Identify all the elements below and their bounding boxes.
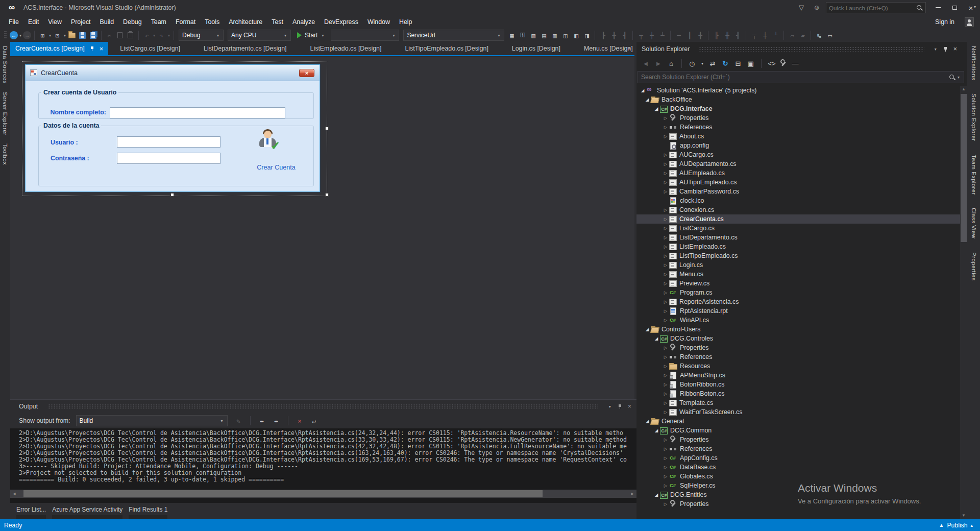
vertical-spacing-decrease[interactable]: ╧: [771, 30, 780, 40]
make-same-size[interactable]: ╋: [695, 30, 705, 40]
tree-item[interactable]: ▷AUCargo.cs: [636, 150, 960, 159]
collapse-all-icon[interactable]: ⊟: [733, 58, 743, 68]
navigate-backward-icon[interactable]: ←: [10, 31, 18, 39]
tree-item[interactable]: ▷ListEmpleado.cs: [636, 242, 960, 251]
tree-item[interactable]: ▷ListTipoEmpleado.cs: [636, 251, 960, 260]
tree-item[interactable]: ▷CrearCuenta.cs: [636, 214, 960, 224]
undo-caret[interactable]: ▾: [153, 33, 155, 38]
tree-item[interactable]: ▷BotonRibbon.cs: [636, 380, 960, 389]
collapsed-arrow-icon[interactable]: ▷: [662, 465, 669, 470]
tool-tab-toolbox[interactable]: Toolbox: [2, 143, 8, 165]
tree-item[interactable]: ▷Properties: [636, 435, 960, 444]
collapsed-arrow-icon[interactable]: ▷: [662, 262, 669, 268]
collapsed-arrow-icon[interactable]: ▷: [662, 345, 669, 350]
add-new-item[interactable]: ⊡: [53, 30, 62, 40]
chart-icon[interactable]: ▥: [550, 30, 559, 40]
tree-item[interactable]: app.config: [636, 141, 960, 150]
quick-launch[interactable]: [826, 2, 926, 13]
collapsed-arrow-icon[interactable]: ▷: [662, 354, 669, 359]
expanded-arrow-icon[interactable]: ◢: [644, 419, 651, 424]
tab-order-icon[interactable]: ↹: [814, 30, 824, 40]
tree-item[interactable]: ▷References: [636, 444, 960, 453]
menu-window[interactable]: Window: [363, 15, 395, 29]
show-all-files-icon[interactable]: ▣: [746, 58, 756, 68]
previous-message-icon[interactable]: ↞: [257, 416, 267, 426]
horizontal-spacing-decrease[interactable]: ╢: [733, 30, 743, 40]
menu-project[interactable]: Project: [66, 15, 95, 29]
restore-button[interactable]: [947, 2, 962, 13]
collapsed-arrow-icon[interactable]: ▷: [662, 391, 669, 396]
clear-all-icon[interactable]: ×: [295, 416, 305, 426]
collapsed-arrow-icon[interactable]: ▷: [662, 115, 669, 120]
menu-debug[interactable]: Debug: [118, 15, 146, 29]
tree-item[interactable]: ▷Properties: [636, 499, 960, 509]
redo[interactable]: ↷: [157, 30, 166, 40]
solution-explorer-close-icon[interactable]: ×: [953, 45, 957, 53]
collapsed-arrow-icon[interactable]: ▷: [662, 272, 669, 277]
collapsed-arrow-icon[interactable]: ▷: [662, 483, 669, 488]
tree-item[interactable]: ▷About.cs: [636, 132, 960, 141]
winforms-designer-form[interactable]: CrearCuenta × Crear cuenta de Usuario No…: [25, 64, 320, 192]
next-message-icon[interactable]: ↠: [272, 416, 281, 426]
collapsed-arrow-icon[interactable]: ▷: [662, 180, 669, 185]
collapsed-arrow-icon[interactable]: ▷: [662, 382, 669, 387]
tool-tab-notifications[interactable]: Notifications: [971, 46, 977, 80]
collapsed-arrow-icon[interactable]: ▷: [662, 474, 669, 479]
tree-item[interactable]: clock.ico: [636, 196, 960, 205]
collapsed-arrow-icon[interactable]: ▷: [662, 244, 669, 249]
tree-item[interactable]: ▷Program.cs: [636, 288, 960, 297]
collapsed-arrow-icon[interactable]: ▷: [662, 171, 669, 176]
menu-file[interactable]: File: [4, 15, 23, 29]
collapsed-arrow-icon[interactable]: ▷: [662, 290, 669, 295]
tree-item[interactable]: ▷References: [636, 352, 960, 361]
bottom-tab-find-results-1[interactable]: Find Results 1: [129, 503, 167, 519]
align-rights[interactable]: ┨: [620, 30, 629, 40]
collapsed-arrow-icon[interactable]: ▷: [662, 281, 669, 286]
send-feedback-icon[interactable]: ☺: [812, 3, 822, 12]
save-icon[interactable]: [79, 32, 86, 39]
tree-item[interactable]: ▷Template.cs: [636, 398, 960, 407]
expanded-arrow-icon[interactable]: ◢: [639, 88, 646, 93]
quick-launch-input[interactable]: [829, 5, 916, 11]
tree-item[interactable]: ◢DCG.Controles: [636, 334, 960, 343]
resize-handle-bottom[interactable]: [170, 193, 174, 197]
target-combo[interactable]: ▾: [331, 30, 399, 41]
scrollbar-thumb[interactable]: [961, 94, 967, 242]
menu-edit[interactable]: Edit: [23, 15, 43, 29]
align-tops[interactable]: ┯: [636, 30, 646, 40]
align-centers[interactable]: ╂: [609, 30, 619, 40]
password-textbox[interactable]: [117, 153, 220, 164]
menu-analyze[interactable]: Analyze: [288, 15, 320, 29]
scroll-left-arrow-icon[interactable]: ◄: [10, 490, 18, 498]
refresh-icon[interactable]: ↻: [720, 58, 730, 68]
collapsed-arrow-icon[interactable]: ▷: [662, 308, 669, 313]
collapsed-arrow-icon[interactable]: ▷: [662, 207, 669, 212]
bring-to-front[interactable]: ▱: [787, 30, 797, 40]
start-debugging[interactable]: Start▾: [297, 32, 325, 39]
tool-tab-class-view[interactable]: Class View: [971, 208, 977, 238]
solution-explorer-title-bar[interactable]: Solution Explorer ▾ ×: [636, 42, 967, 56]
collapsed-arrow-icon[interactable]: ▷: [662, 152, 669, 157]
tree-item[interactable]: ▷WaitForTaskScreen.cs: [636, 407, 960, 417]
collapsed-arrow-icon[interactable]: ▷: [662, 235, 669, 240]
tree-item[interactable]: ▷AUDepartamento.cs: [636, 159, 960, 168]
output-window-menu-caret-icon[interactable]: ▾: [609, 404, 611, 409]
forward-icon[interactable]: ►: [653, 58, 664, 68]
tree-item[interactable]: ◢DCG.Entities: [636, 490, 960, 499]
vertical-spacing-equal[interactable]: ╤: [749, 30, 759, 40]
document-list-caret-icon[interactable]: ▼: [627, 46, 631, 51]
tree-item[interactable]: ▷AppConfig.cs: [636, 453, 960, 463]
new-project[interactable]: ⊞: [38, 30, 47, 40]
document-tab[interactable]: Login.cs [Design]: [500, 42, 572, 55]
form-title-bar[interactable]: CrearCuenta ×: [26, 65, 320, 81]
undo[interactable]: ↶: [142, 30, 152, 40]
collapsed-arrow-icon[interactable]: ▷: [662, 125, 669, 130]
navigate-forward-icon[interactable]: →: [23, 31, 31, 39]
tree-item[interactable]: ▷RibbonBoton.cs: [636, 389, 960, 398]
collapsed-arrow-icon[interactable]: ▷: [662, 216, 669, 222]
output-source-combo[interactable]: Build ▾: [76, 415, 228, 426]
make-same-width[interactable]: ━: [674, 30, 683, 40]
send-to-back[interactable]: ▰: [798, 30, 807, 40]
tree-item[interactable]: ▷RptAsistencia.rpt: [636, 306, 960, 316]
sync-with-active-document-icon[interactable]: ⇄: [707, 58, 718, 68]
